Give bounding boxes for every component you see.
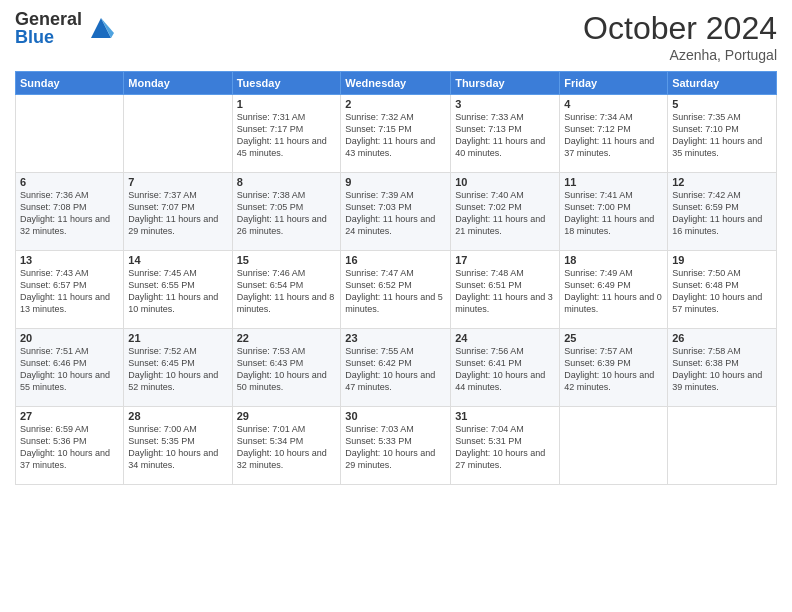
day-info: Sunrise: 7:40 AM Sunset: 7:02 PM Dayligh…	[455, 189, 555, 238]
day-number: 30	[345, 410, 446, 422]
day-info: Sunrise: 7:48 AM Sunset: 6:51 PM Dayligh…	[455, 267, 555, 316]
subtitle: Azenha, Portugal	[583, 47, 777, 63]
day-info: Sunrise: 7:55 AM Sunset: 6:42 PM Dayligh…	[345, 345, 446, 394]
calendar-cell	[668, 407, 777, 485]
calendar-cell: 14Sunrise: 7:45 AM Sunset: 6:55 PM Dayli…	[124, 251, 232, 329]
calendar-cell: 17Sunrise: 7:48 AM Sunset: 6:51 PM Dayli…	[451, 251, 560, 329]
day-info: Sunrise: 7:46 AM Sunset: 6:54 PM Dayligh…	[237, 267, 337, 316]
day-info: Sunrise: 7:58 AM Sunset: 6:38 PM Dayligh…	[672, 345, 772, 394]
calendar-cell: 3Sunrise: 7:33 AM Sunset: 7:13 PM Daylig…	[451, 95, 560, 173]
calendar-cell: 18Sunrise: 7:49 AM Sunset: 6:49 PM Dayli…	[560, 251, 668, 329]
day-number: 10	[455, 176, 555, 188]
calendar-cell: 29Sunrise: 7:01 AM Sunset: 5:34 PM Dayli…	[232, 407, 341, 485]
day-number: 1	[237, 98, 337, 110]
day-info: Sunrise: 7:50 AM Sunset: 6:48 PM Dayligh…	[672, 267, 772, 316]
calendar-week-1: 1Sunrise: 7:31 AM Sunset: 7:17 PM Daylig…	[16, 95, 777, 173]
logo-general: General	[15, 10, 82, 28]
day-number: 28	[128, 410, 227, 422]
col-saturday: Saturday	[668, 72, 777, 95]
day-number: 14	[128, 254, 227, 266]
day-number: 11	[564, 176, 663, 188]
month-title: October 2024	[583, 10, 777, 47]
calendar-cell: 25Sunrise: 7:57 AM Sunset: 6:39 PM Dayli…	[560, 329, 668, 407]
day-info: Sunrise: 7:41 AM Sunset: 7:00 PM Dayligh…	[564, 189, 663, 238]
day-info: Sunrise: 7:32 AM Sunset: 7:15 PM Dayligh…	[345, 111, 446, 160]
day-number: 8	[237, 176, 337, 188]
calendar-cell: 9Sunrise: 7:39 AM Sunset: 7:03 PM Daylig…	[341, 173, 451, 251]
day-info: Sunrise: 7:56 AM Sunset: 6:41 PM Dayligh…	[455, 345, 555, 394]
day-info: Sunrise: 7:03 AM Sunset: 5:33 PM Dayligh…	[345, 423, 446, 472]
day-number: 15	[237, 254, 337, 266]
calendar: Sunday Monday Tuesday Wednesday Thursday…	[15, 71, 777, 485]
day-info: Sunrise: 7:33 AM Sunset: 7:13 PM Dayligh…	[455, 111, 555, 160]
day-info: Sunrise: 7:49 AM Sunset: 6:49 PM Dayligh…	[564, 267, 663, 316]
day-number: 6	[20, 176, 119, 188]
calendar-body: 1Sunrise: 7:31 AM Sunset: 7:17 PM Daylig…	[16, 95, 777, 485]
day-info: Sunrise: 7:47 AM Sunset: 6:52 PM Dayligh…	[345, 267, 446, 316]
calendar-cell: 22Sunrise: 7:53 AM Sunset: 6:43 PM Dayli…	[232, 329, 341, 407]
day-number: 19	[672, 254, 772, 266]
calendar-header: Sunday Monday Tuesday Wednesday Thursday…	[16, 72, 777, 95]
day-info: Sunrise: 7:52 AM Sunset: 6:45 PM Dayligh…	[128, 345, 227, 394]
day-info: Sunrise: 7:35 AM Sunset: 7:10 PM Dayligh…	[672, 111, 772, 160]
day-info: Sunrise: 7:51 AM Sunset: 6:46 PM Dayligh…	[20, 345, 119, 394]
day-info: Sunrise: 6:59 AM Sunset: 5:36 PM Dayligh…	[20, 423, 119, 472]
calendar-cell: 1Sunrise: 7:31 AM Sunset: 7:17 PM Daylig…	[232, 95, 341, 173]
logo-text: General Blue	[15, 10, 82, 46]
col-wednesday: Wednesday	[341, 72, 451, 95]
day-info: Sunrise: 7:34 AM Sunset: 7:12 PM Dayligh…	[564, 111, 663, 160]
calendar-cell: 2Sunrise: 7:32 AM Sunset: 7:15 PM Daylig…	[341, 95, 451, 173]
day-number: 20	[20, 332, 119, 344]
day-info: Sunrise: 7:04 AM Sunset: 5:31 PM Dayligh…	[455, 423, 555, 472]
day-number: 27	[20, 410, 119, 422]
calendar-cell: 27Sunrise: 6:59 AM Sunset: 5:36 PM Dayli…	[16, 407, 124, 485]
col-thursday: Thursday	[451, 72, 560, 95]
day-number: 12	[672, 176, 772, 188]
calendar-week-4: 20Sunrise: 7:51 AM Sunset: 6:46 PM Dayli…	[16, 329, 777, 407]
calendar-cell: 12Sunrise: 7:42 AM Sunset: 6:59 PM Dayli…	[668, 173, 777, 251]
day-number: 7	[128, 176, 227, 188]
day-info: Sunrise: 7:01 AM Sunset: 5:34 PM Dayligh…	[237, 423, 337, 472]
calendar-cell	[124, 95, 232, 173]
day-number: 24	[455, 332, 555, 344]
day-info: Sunrise: 7:00 AM Sunset: 5:35 PM Dayligh…	[128, 423, 227, 472]
calendar-cell: 8Sunrise: 7:38 AM Sunset: 7:05 PM Daylig…	[232, 173, 341, 251]
calendar-cell: 6Sunrise: 7:36 AM Sunset: 7:08 PM Daylig…	[16, 173, 124, 251]
calendar-week-5: 27Sunrise: 6:59 AM Sunset: 5:36 PM Dayli…	[16, 407, 777, 485]
calendar-cell: 19Sunrise: 7:50 AM Sunset: 6:48 PM Dayli…	[668, 251, 777, 329]
calendar-cell: 26Sunrise: 7:58 AM Sunset: 6:38 PM Dayli…	[668, 329, 777, 407]
page: General Blue October 2024 Azenha, Portug…	[0, 0, 792, 612]
col-monday: Monday	[124, 72, 232, 95]
calendar-cell: 30Sunrise: 7:03 AM Sunset: 5:33 PM Dayli…	[341, 407, 451, 485]
day-number: 4	[564, 98, 663, 110]
day-info: Sunrise: 7:57 AM Sunset: 6:39 PM Dayligh…	[564, 345, 663, 394]
calendar-cell: 4Sunrise: 7:34 AM Sunset: 7:12 PM Daylig…	[560, 95, 668, 173]
header: General Blue October 2024 Azenha, Portug…	[15, 10, 777, 63]
calendar-cell: 5Sunrise: 7:35 AM Sunset: 7:10 PM Daylig…	[668, 95, 777, 173]
calendar-cell: 24Sunrise: 7:56 AM Sunset: 6:41 PM Dayli…	[451, 329, 560, 407]
col-friday: Friday	[560, 72, 668, 95]
calendar-cell: 15Sunrise: 7:46 AM Sunset: 6:54 PM Dayli…	[232, 251, 341, 329]
day-number: 3	[455, 98, 555, 110]
col-tuesday: Tuesday	[232, 72, 341, 95]
day-info: Sunrise: 7:39 AM Sunset: 7:03 PM Dayligh…	[345, 189, 446, 238]
day-number: 25	[564, 332, 663, 344]
col-sunday: Sunday	[16, 72, 124, 95]
calendar-cell	[16, 95, 124, 173]
logo-blue: Blue	[15, 28, 82, 46]
day-info: Sunrise: 7:37 AM Sunset: 7:07 PM Dayligh…	[128, 189, 227, 238]
calendar-cell: 31Sunrise: 7:04 AM Sunset: 5:31 PM Dayli…	[451, 407, 560, 485]
calendar-cell	[560, 407, 668, 485]
day-number: 17	[455, 254, 555, 266]
day-info: Sunrise: 7:45 AM Sunset: 6:55 PM Dayligh…	[128, 267, 227, 316]
day-number: 21	[128, 332, 227, 344]
day-info: Sunrise: 7:53 AM Sunset: 6:43 PM Dayligh…	[237, 345, 337, 394]
day-info: Sunrise: 7:43 AM Sunset: 6:57 PM Dayligh…	[20, 267, 119, 316]
day-number: 22	[237, 332, 337, 344]
calendar-cell: 13Sunrise: 7:43 AM Sunset: 6:57 PM Dayli…	[16, 251, 124, 329]
calendar-cell: 7Sunrise: 7:37 AM Sunset: 7:07 PM Daylig…	[124, 173, 232, 251]
day-info: Sunrise: 7:38 AM Sunset: 7:05 PM Dayligh…	[237, 189, 337, 238]
day-number: 5	[672, 98, 772, 110]
day-info: Sunrise: 7:31 AM Sunset: 7:17 PM Dayligh…	[237, 111, 337, 160]
calendar-cell: 28Sunrise: 7:00 AM Sunset: 5:35 PM Dayli…	[124, 407, 232, 485]
